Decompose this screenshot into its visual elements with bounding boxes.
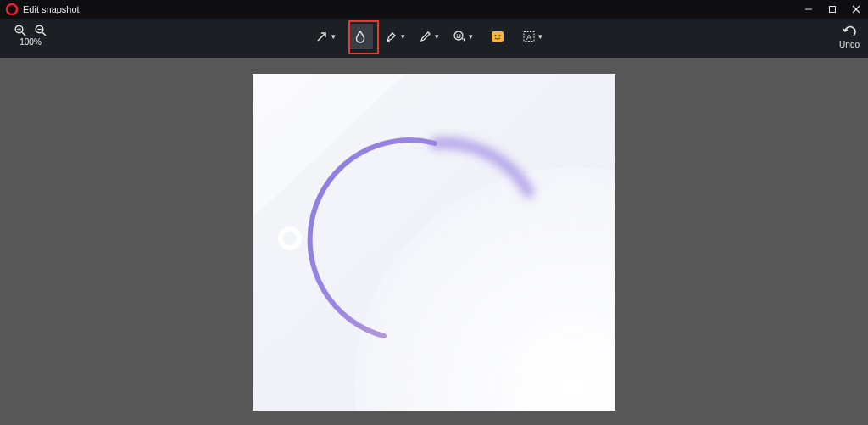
arrow-tool[interactable]: ▾ xyxy=(314,24,337,49)
sticker-tool[interactable] xyxy=(485,24,510,49)
image-canvas[interactable] xyxy=(253,74,615,411)
text-icon: A xyxy=(522,30,536,43)
chevron-down-icon: ▾ xyxy=(538,32,542,41)
title-bar: Edit snapshot xyxy=(0,0,868,19)
canvas-area xyxy=(0,58,868,425)
app-icon xyxy=(6,3,18,15)
sticker-icon xyxy=(490,29,505,44)
arrow-icon xyxy=(315,30,329,43)
emoji-icon xyxy=(453,30,466,43)
text-tool[interactable]: A ▾ xyxy=(520,24,544,49)
blur-tool[interactable] xyxy=(348,24,373,49)
svg-rect-17 xyxy=(492,31,504,42)
chevron-down-icon: ▾ xyxy=(401,32,405,41)
droplet-icon xyxy=(353,30,367,43)
svg-point-15 xyxy=(456,34,458,36)
svg-line-6 xyxy=(22,32,25,36)
pencil-icon xyxy=(419,30,432,43)
svg-point-19 xyxy=(499,35,501,36)
chevron-down-icon: ▾ xyxy=(435,32,439,41)
emoji-tool[interactable]: ▾ xyxy=(451,24,475,49)
editor-toolbar: 100% ▾ ▾ ▾ xyxy=(0,19,868,58)
undo-label: Undo xyxy=(839,40,860,49)
undo-icon xyxy=(842,25,857,39)
window-title: Edit snapshot xyxy=(23,4,80,14)
chevron-down-icon: ▾ xyxy=(331,32,336,41)
maximize-button[interactable] xyxy=(821,0,844,19)
zoom-group: 100% xyxy=(14,24,47,47)
canvas-content xyxy=(253,74,615,411)
tool-buttons: ▾ ▾ ▾ xyxy=(314,24,544,49)
undo-group[interactable]: Undo xyxy=(839,25,860,49)
svg-point-18 xyxy=(495,35,497,36)
close-button[interactable] xyxy=(844,0,868,19)
highlighter-tool[interactable]: ▾ xyxy=(383,24,407,49)
svg-point-16 xyxy=(459,34,461,36)
svg-line-10 xyxy=(42,32,46,36)
zoom-level-label: 100% xyxy=(19,37,42,47)
svg-line-12 xyxy=(318,34,325,41)
svg-text:A: A xyxy=(526,33,531,42)
svg-point-14 xyxy=(454,31,463,40)
chevron-down-icon: ▾ xyxy=(469,32,473,41)
minimize-button[interactable] xyxy=(797,0,821,19)
svg-point-0 xyxy=(7,4,17,14)
zoom-in-icon[interactable] xyxy=(14,24,27,37)
highlighter-icon xyxy=(385,30,398,43)
svg-rect-2 xyxy=(830,7,836,13)
pencil-tool[interactable]: ▾ xyxy=(417,24,441,49)
zoom-out-icon[interactable] xyxy=(34,24,47,37)
